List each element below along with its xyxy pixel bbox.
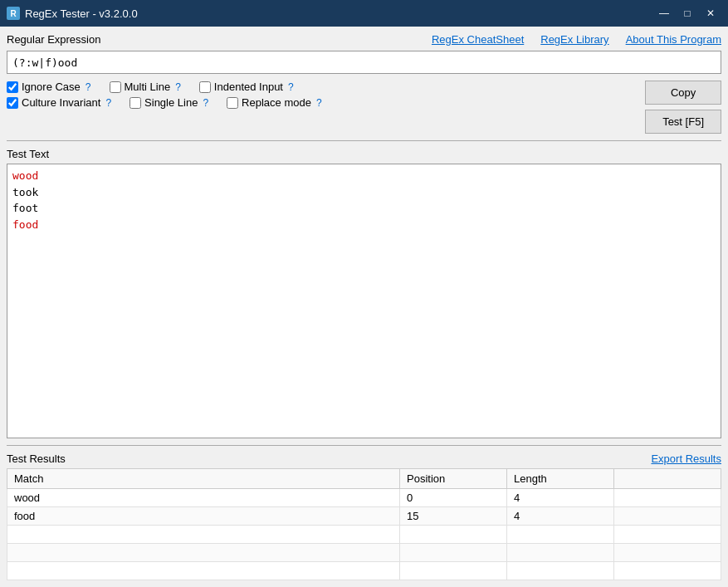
test-text-box[interactable]: wood took foot food — [7, 164, 721, 438]
test-section: Test Text wood took foot food — [7, 148, 721, 438]
col-header-match: Match — [7, 469, 400, 489]
divider-1 — [7, 140, 721, 141]
col-header-length: Length — [507, 469, 614, 489]
col-header-extra — [614, 469, 721, 489]
export-results-link[interactable]: Export Results — [651, 452, 721, 465]
copy-button[interactable]: Copy — [645, 81, 721, 105]
window-title: RegEx Tester - v3.2.0.0 — [25, 7, 653, 20]
results-table-head: Match Position Length — [7, 469, 721, 489]
regex-label: Regular Expression — [7, 33, 100, 46]
replace-mode-help[interactable]: ? — [315, 97, 324, 109]
result-extra — [614, 489, 721, 507]
multi-line-help[interactable]: ? — [173, 81, 183, 93]
window-controls: — □ ✕ — [653, 4, 721, 22]
menu-bar: Regular Expression RegEx CheatSheet RegE… — [7, 33, 721, 46]
title-bar: R RegEx Tester - v3.2.0.0 — □ ✕ — [0, 0, 728, 27]
single-line-option: Single Line ? — [129, 96, 210, 109]
test-text-label: Test Text — [7, 148, 721, 160]
divider-2 — [7, 445, 721, 446]
multi-line-option: Multi Line ? — [110, 81, 183, 93]
result-length: 4 — [507, 507, 614, 526]
options-row-2: Culture Invariant ? Single Line ? Replac… — [7, 96, 638, 109]
multi-line-label[interactable]: Multi Line — [125, 81, 171, 93]
results-table-body: wood04food154 — [7, 489, 721, 580]
test-text-line: took — [12, 186, 38, 198]
regex-input[interactable] — [7, 51, 721, 74]
results-label: Test Results — [7, 452, 66, 465]
result-match: wood — [7, 489, 400, 507]
table-row: wood04 — [7, 489, 721, 507]
replace-mode-label[interactable]: Replace mode — [242, 96, 311, 109]
indented-input-label[interactable]: Indented Input — [214, 81, 283, 93]
single-line-checkbox[interactable] — [129, 97, 141, 109]
table-row-empty — [7, 562, 721, 580]
table-row-empty — [7, 544, 721, 562]
cheatsheet-link[interactable]: RegEx CheatSheet — [432, 33, 524, 46]
maximize-button[interactable]: □ — [677, 4, 698, 22]
top-panel: Regular Expression RegEx CheatSheet RegE… — [7, 33, 721, 134]
table-row-empty — [7, 526, 721, 544]
result-match: food — [7, 507, 400, 526]
multi-line-checkbox[interactable] — [110, 81, 121, 93]
regex-input-row — [7, 51, 721, 74]
options-row-1: Ignore Case ? Multi Line ? Indented Inpu… — [7, 81, 638, 93]
replace-mode-option: Replace mode ? — [227, 96, 324, 109]
indented-input-help[interactable]: ? — [286, 81, 296, 93]
library-link[interactable]: RegEx Library — [540, 33, 608, 46]
replace-mode-checkbox[interactable] — [227, 97, 238, 109]
result-length: 4 — [507, 489, 614, 507]
results-header: Test Results Export Results — [7, 452, 721, 465]
ignore-case-label[interactable]: Ignore Case — [22, 81, 81, 93]
options-area: Ignore Case ? Multi Line ? Indented Inpu… — [7, 81, 721, 134]
results-header-row: Match Position Length — [7, 469, 721, 489]
main-content: Regular Expression RegEx CheatSheet RegE… — [0, 27, 728, 587]
result-position: 15 — [400, 507, 507, 526]
culture-invariant-option: Culture Invariant ? — [7, 96, 113, 109]
test-text-line: food — [12, 218, 38, 231]
action-buttons: Copy Test [F5] — [645, 81, 721, 134]
results-table: Match Position Length wood04food154 — [7, 468, 721, 580]
indented-input-checkbox[interactable] — [199, 81, 211, 93]
minimize-button[interactable]: — — [653, 4, 675, 22]
single-line-help[interactable]: ? — [201, 97, 210, 109]
test-text-line: wood — [12, 169, 38, 182]
culture-invariant-checkbox[interactable] — [7, 97, 18, 109]
ignore-case-help[interactable]: ? — [84, 81, 93, 93]
app-icon: R — [7, 7, 20, 20]
results-panel: Test Results Export Results Match Positi… — [7, 452, 721, 580]
culture-invariant-help[interactable]: ? — [104, 97, 113, 109]
test-button[interactable]: Test [F5] — [645, 110, 721, 134]
ignore-case-checkbox[interactable] — [7, 81, 18, 93]
result-extra — [614, 507, 721, 526]
ignore-case-option: Ignore Case ? — [7, 81, 93, 93]
options-checkboxes: Ignore Case ? Multi Line ? Indented Inpu… — [7, 81, 638, 134]
about-link[interactable]: About This Program — [626, 33, 721, 46]
col-header-position: Position — [400, 469, 507, 489]
single-line-label[interactable]: Single Line — [144, 96, 198, 109]
menu-links: RegEx CheatSheet RegEx Library About Thi… — [432, 33, 721, 46]
culture-invariant-label[interactable]: Culture Invariant — [22, 96, 100, 109]
result-position: 0 — [400, 489, 507, 507]
close-button[interactable]: ✕ — [700, 4, 721, 22]
indented-input-option: Indented Input ? — [199, 81, 296, 93]
test-text-line: foot — [12, 202, 38, 214]
test-text-display[interactable]: wood took foot food — [7, 164, 721, 438]
table-row: food154 — [7, 507, 721, 526]
